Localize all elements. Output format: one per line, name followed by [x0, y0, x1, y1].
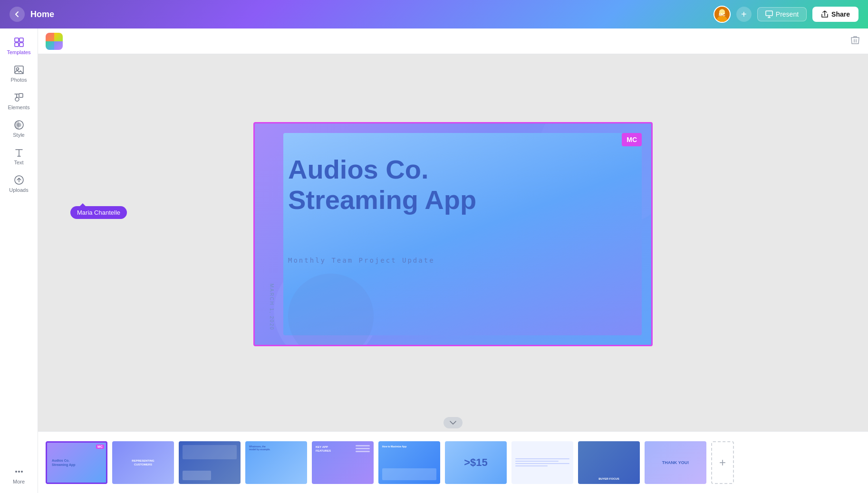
- sidebar-item-templates-label: Templates: [7, 49, 30, 55]
- svg-rect-9: [15, 43, 19, 47]
- main-slide[interactable]: Audios Co. Streaming App Monthly Team Pr…: [253, 122, 653, 346]
- svg-rect-7: [15, 38, 19, 42]
- sidebar: Templates Photos Elements: [0, 28, 38, 493]
- collapse-button-area: [38, 414, 868, 431]
- svg-rect-14: [19, 94, 23, 97]
- filmstrip-slide-2[interactable]: REPRESENTINGCUSTOMERS: [112, 441, 174, 484]
- sidebar-item-photos-label: Photos: [10, 77, 27, 83]
- canvas-area: Audios Co. Streaming App Monthly Team Pr…: [38, 54, 868, 493]
- add-slide-button[interactable]: +: [711, 441, 734, 484]
- slide-title-line1: Audios Co.: [288, 154, 429, 184]
- filmstrip-slide-7[interactable]: >$15: [445, 441, 507, 484]
- sidebar-item-text-label: Text: [14, 160, 23, 165]
- avatar[interactable]: MC: [714, 6, 731, 23]
- tooltip-text: Maria Chantelle: [77, 209, 120, 216]
- filmstrip-slide-4[interactable]: Whatmore, themodel by example.: [245, 441, 307, 484]
- sidebar-item-elements-label: Elements: [8, 104, 30, 110]
- sidebar-item-photos[interactable]: Photos: [2, 61, 36, 86]
- filmstrip-slide-9[interactable]: BUYER FOCUS: [578, 441, 640, 484]
- svg-rect-4: [766, 11, 772, 16]
- thumb-badge-1: MC: [96, 445, 104, 449]
- filmstrip-slide-1[interactable]: MC Audios Co.Streaming App: [46, 441, 107, 484]
- sidebar-item-uploads[interactable]: Uploads: [2, 171, 36, 197]
- user-tooltip: Maria Chantelle: [70, 206, 127, 219]
- svg-point-12: [16, 68, 19, 70]
- sidebar-item-templates[interactable]: Templates: [2, 33, 36, 59]
- sidebar-item-elements[interactable]: Elements: [2, 88, 36, 114]
- slide-title-line2: Streaming App: [288, 185, 476, 215]
- right-panel: Audios Co. Streaming App Monthly Team Pr…: [38, 28, 868, 493]
- filmstrip-slide-6[interactable]: How to Maximize App: [378, 441, 440, 484]
- slide-badge: MC: [622, 133, 642, 146]
- sidebar-item-style[interactable]: Style: [2, 116, 36, 142]
- svg-point-19: [18, 471, 20, 473]
- svg-point-18: [15, 471, 17, 473]
- sidebar-item-more-label: More: [13, 479, 25, 484]
- svg-text:MC: MC: [719, 12, 725, 17]
- home-title: Home: [30, 9, 54, 19]
- share-button[interactable]: Share: [812, 7, 858, 22]
- present-label: Present: [776, 10, 799, 18]
- back-button[interactable]: [10, 7, 25, 22]
- svg-point-13: [15, 97, 19, 101]
- add-button[interactable]: +: [736, 7, 752, 22]
- color-palette-button[interactable]: [46, 33, 63, 50]
- filmstrip-slide-3[interactable]: [179, 441, 241, 484]
- collapse-filmstrip-button[interactable]: [444, 417, 463, 428]
- filmstrip-slide-5[interactable]: KEY APPFEATURES: [312, 441, 374, 484]
- slide-subtitle: Monthly Team Project Update: [288, 256, 435, 264]
- sidebar-item-style-label: Style: [13, 132, 24, 138]
- filmstrip: MC Audios Co.Streaming App REPRESENTINGC…: [38, 431, 868, 493]
- sidebar-item-more[interactable]: More: [2, 463, 36, 488]
- present-button[interactable]: Present: [757, 7, 807, 21]
- header-right: MC + Present Share: [714, 6, 858, 23]
- toolbar: [38, 28, 868, 54]
- filmstrip-slide-10[interactable]: THANK YOU!: [645, 441, 706, 484]
- share-label: Share: [831, 10, 850, 18]
- sidebar-item-text[interactable]: Text: [2, 143, 36, 169]
- svg-rect-10: [19, 43, 23, 47]
- header-left: Home: [10, 7, 54, 22]
- svg-rect-8: [19, 38, 23, 42]
- delete-button[interactable]: [850, 35, 860, 47]
- slide-date: MARCH 1, 2020: [269, 284, 274, 331]
- main-layout: Templates Photos Elements: [0, 28, 868, 493]
- add-slide-icon: +: [719, 456, 726, 469]
- filmstrip-slide-8[interactable]: [511, 441, 573, 484]
- slide-title: Audios Co. Streaming App: [288, 154, 476, 216]
- svg-point-16: [17, 123, 21, 127]
- header: Home MC + Present Share: [0, 0, 868, 28]
- inner-circle-deco: [288, 274, 374, 346]
- svg-point-2: [717, 16, 727, 23]
- sidebar-item-uploads-label: Uploads: [9, 187, 28, 193]
- canvas-container: Audios Co. Streaming App Monthly Team Pr…: [38, 54, 868, 414]
- svg-point-20: [21, 471, 23, 473]
